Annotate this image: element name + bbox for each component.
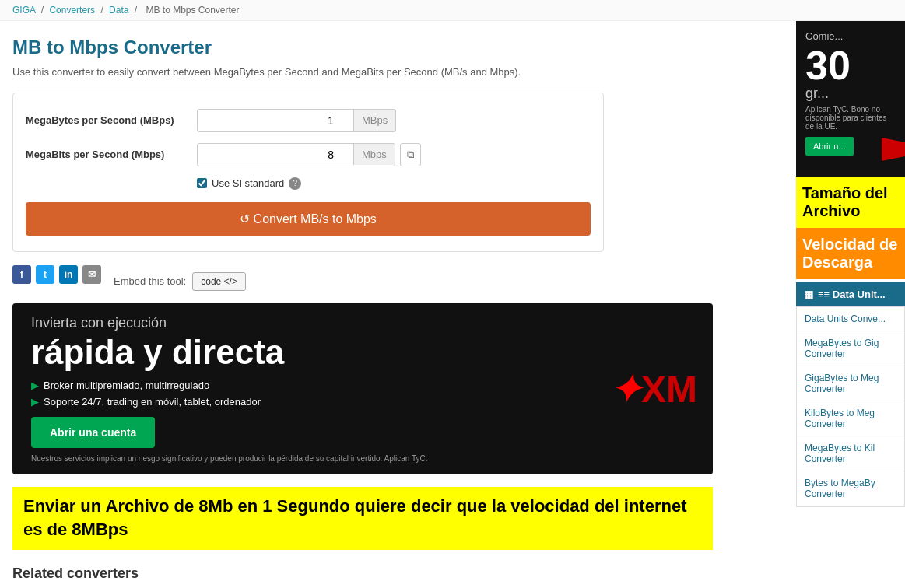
sidebar-annotation-speed: Velocidad de Descarga: [802, 236, 897, 271]
sidebar-links: Data Units Conve... MegaBytes to Gig Con…: [796, 306, 905, 507]
embed-label: Embed this tool:: [114, 275, 186, 287]
linkedin-icon[interactable]: in: [59, 265, 78, 284]
mbits-input[interactable]: [198, 144, 353, 166]
sidebar-annotation-orange: Velocidad de Descarga: [796, 228, 905, 279]
sidebar-link-4[interactable]: MegaBytes to Kil Converter: [797, 436, 904, 471]
social-icons: f t in ✉: [12, 265, 101, 284]
sidebar-link-5[interactable]: Bytes to MegaBy Converter: [797, 471, 904, 506]
sidebar-link-3[interactable]: KiloBytes to Meg Converter: [797, 401, 904, 436]
main-content: MB to Mbps Converter Use this converter …: [0, 21, 796, 588]
converter-box: MegaBytes per Second (MBps) MBps MegaBit…: [12, 93, 604, 252]
grid-icon: ▦: [804, 289, 813, 300]
breadcrumb: GIGA / Converters / Data / MB to Mbps Co…: [0, 0, 905, 21]
sidebar-link-1[interactable]: MegaBytes to Gig Converter: [797, 331, 904, 366]
mbits-unit: Mbps: [353, 144, 395, 165]
mbps-input-row: MegaBytes per Second (MBps) MBps: [26, 109, 591, 132]
mbps-input-group: MBps: [197, 109, 396, 132]
sidebar: Comie... 30 gr... Aplican TyC. Bono no d…: [796, 21, 905, 588]
sidebar-red-flag: [882, 138, 905, 161]
help-icon[interactable]: ?: [289, 177, 301, 190]
sidebar-ad-pretitle: Comie...: [805, 30, 896, 42]
embed-row: Embed this tool: code </>: [114, 272, 246, 291]
ad-bullet2: ▶ Soporte 24/7, trading en móvil, tablet…: [31, 396, 576, 408]
sidebar-link-0[interactable]: Data Units Conve...: [797, 307, 904, 331]
annotation-yellow-box: Enviar un Archivo de 8Mb en 1 Segundo qu…: [12, 487, 713, 551]
twitter-icon[interactable]: t: [36, 265, 54, 284]
breadcrumb-converters[interactable]: Converters: [49, 5, 95, 16]
mbps-input[interactable]: [198, 110, 353, 131]
sidebar-ad-number: 30: [805, 45, 896, 86]
breadcrumb-giga[interactable]: GIGA: [12, 5, 35, 16]
sidebar-ad-suffix: gr...: [805, 86, 896, 102]
mbits-input-group: Mbps: [197, 143, 395, 166]
si-label: Use SI standard: [212, 177, 284, 189]
mbits-label: MegaBits per Second (Mbps): [26, 149, 197, 160]
embed-code-button[interactable]: code </>: [192, 272, 246, 291]
sidebar-annotation-file-size: Tamaño del Archivo: [802, 184, 888, 219]
convert-button[interactable]: ↺ Convert MB/s to Mbps: [26, 202, 591, 236]
ad-disclaimer: Nuestros servicios implican un riesgo si…: [31, 454, 576, 463]
related-title: Related converters: [12, 565, 784, 582]
page-subtitle: Use this converter to easily convert bet…: [12, 65, 784, 80]
sidebar-ad-button[interactable]: Abrir u...: [805, 137, 854, 156]
sidebar-link-2[interactable]: GigaBytes to Meg Converter: [797, 366, 904, 401]
data-unit-title: ≡≡ Data Unit...: [818, 289, 886, 300]
ad-title-bold: rápida y directa: [31, 333, 576, 372]
breadcrumb-current: MB to Mbps Converter: [146, 5, 239, 16]
copy-button[interactable]: ⧉: [400, 143, 421, 166]
mbps-unit: MBps: [353, 110, 395, 131]
sidebar-ad-note: Aplican TyC. Bono no disponible para cli…: [805, 105, 896, 131]
sidebar-annotation-yellow: Tamaño del Archivo: [796, 177, 905, 228]
ad-bullet1: ▶ Broker multipremiado, multirregulado: [31, 380, 576, 391]
ad-headline: Invierta con ejecución: [31, 315, 576, 331]
breadcrumb-data[interactable]: Data: [109, 5, 128, 16]
mbps-label: MegaBytes per Second (MBps): [26, 114, 197, 126]
annotation-text: Enviar un Archivo de 8Mb en 1 Segundo qu…: [23, 496, 687, 540]
data-unit-header: ▦ ≡≡ Data Unit...: [796, 282, 905, 306]
ad-open-account-button[interactable]: Abrir una cuenta: [31, 417, 155, 448]
page-title: MB to Mbps Converter: [12, 37, 784, 58]
related-section: Related converters: [12, 565, 784, 588]
facebook-icon[interactable]: f: [12, 265, 31, 284]
mbits-input-row: MegaBits per Second (Mbps) Mbps ⧉: [26, 143, 591, 166]
ad-logo: ✦XM: [595, 352, 713, 426]
si-checkbox[interactable]: [197, 178, 207, 188]
ad-banner: Invierta con ejecución rápida y directa …: [12, 303, 713, 474]
email-icon[interactable]: ✉: [82, 265, 101, 284]
sidebar-ad: Comie... 30 gr... Aplican TyC. Bono no d…: [796, 21, 905, 177]
ad-content: Invierta con ejecución rápida y directa …: [12, 303, 595, 474]
si-checkbox-row: Use SI standard ?: [197, 177, 591, 190]
